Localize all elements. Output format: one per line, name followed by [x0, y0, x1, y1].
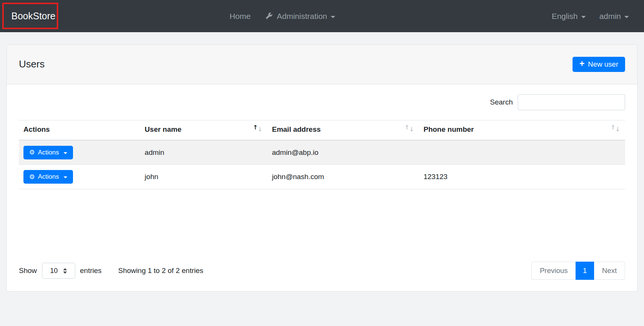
chevron-down-icon	[64, 152, 67, 154]
table-header-row: Actions User name ↑↓ Email address ↑↓ Ph…	[19, 120, 625, 140]
navbar-right: English admin	[552, 12, 629, 21]
sort-icon[interactable]: ↑↓	[610, 125, 620, 132]
table-row: ⚙ Actions admin admin@abp.io	[19, 140, 625, 165]
actions-cell: ⚙ Actions	[19, 165, 140, 189]
username-cell: admin	[140, 140, 268, 165]
nav-item-home[interactable]: Home	[230, 12, 251, 21]
chevron-down-icon	[64, 176, 67, 178]
email-cell: admin@abp.io	[267, 140, 419, 165]
chevron-down-icon	[331, 16, 335, 18]
main-menu: Home Administration	[230, 0, 335, 32]
search-input[interactable]	[518, 94, 625, 110]
select-stepper-icon	[63, 268, 67, 274]
show-label: Show	[19, 267, 37, 275]
chevron-down-icon	[624, 16, 629, 18]
page-1-button[interactable]: 1	[576, 262, 594, 280]
column-header-actions: Actions	[19, 120, 140, 140]
username-cell: john	[140, 165, 268, 189]
column-header-username[interactable]: User name ↑↓	[140, 120, 268, 140]
chevron-down-icon	[581, 16, 586, 18]
top-navbar: BookStore Home Administration English ad…	[0, 0, 644, 32]
phone-cell: 123123	[419, 165, 625, 189]
language-label: English	[552, 12, 578, 21]
column-header-phone[interactable]: Phone number ↑↓	[419, 120, 625, 140]
gear-icon: ⚙	[29, 174, 35, 180]
search-row: Search	[19, 94, 625, 110]
current-user-label: admin	[599, 12, 621, 21]
language-dropdown[interactable]: English	[552, 12, 586, 21]
row-actions-button[interactable]: ⚙ Actions	[23, 146, 73, 159]
actions-cell: ⚙ Actions	[19, 140, 140, 165]
gear-icon: ⚙	[29, 149, 35, 156]
administration-label: Administration	[277, 12, 327, 21]
wrench-icon	[265, 12, 273, 20]
sort-icon[interactable]: ↑↓	[253, 125, 262, 132]
plus-icon: +	[579, 59, 584, 68]
page-content: Users + New user Search Actions	[0, 32, 644, 292]
pagination: Previous 1 Next	[531, 262, 625, 280]
row-actions-button[interactable]: ⚙ Actions	[23, 170, 73, 184]
table-info-text: Showing 1 to 2 of 2 entries	[118, 267, 203, 275]
users-table: Actions User name ↑↓ Email address ↑↓ Ph…	[19, 120, 625, 190]
next-page-button[interactable]: Next	[594, 262, 625, 280]
phone-cell	[419, 140, 625, 165]
previous-page-button[interactable]: Previous	[531, 262, 576, 280]
actions-button-label: Actions	[38, 173, 59, 181]
nav-item-administration[interactable]: Administration	[265, 12, 335, 21]
entries-label: entries	[80, 267, 102, 275]
card-body: Search Actions User name ↑↓	[7, 84, 637, 291]
page-title: Users	[19, 58, 45, 70]
card-header: Users + New user	[7, 45, 637, 84]
table-footer: Show 10 entries Showing 1 to 2 of 2 entr…	[19, 262, 625, 280]
page-size-select[interactable]: 10	[42, 263, 75, 279]
page-length-control: Show 10 entries	[19, 263, 102, 279]
email-cell: john@nash.com	[267, 165, 419, 189]
brand-link[interactable]: BookStore	[11, 11, 56, 22]
actions-button-label: Actions	[38, 149, 59, 156]
sort-icon[interactable]: ↑↓	[404, 125, 414, 132]
users-card: Users + New user Search Actions	[6, 44, 638, 292]
column-header-email[interactable]: Email address ↑↓	[267, 120, 419, 140]
table-row: ⚙ Actions john john@nash.com 123123	[19, 165, 625, 189]
search-label: Search	[490, 98, 513, 106]
user-dropdown[interactable]: admin	[599, 12, 629, 21]
new-user-label: New user	[588, 60, 618, 69]
new-user-button[interactable]: + New user	[573, 57, 625, 72]
home-label: Home	[230, 12, 251, 21]
page-size-value: 10	[50, 267, 58, 275]
